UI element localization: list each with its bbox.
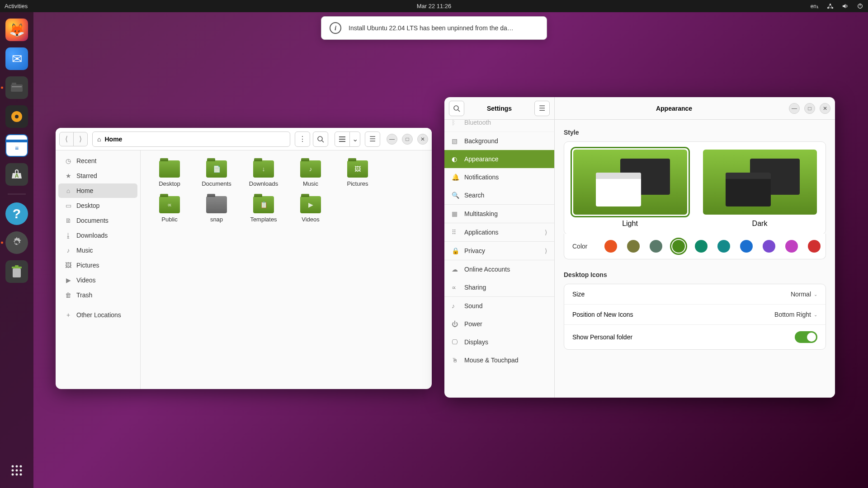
nav-item-mouse-touchpad[interactable]: 🖱Mouse & Touchpad <box>444 351 554 369</box>
nav-item-appearance[interactable]: ◐Appearance <box>444 150 554 168</box>
activities-button[interactable]: Activities <box>5 3 28 9</box>
nav-item-power[interactable]: ⏻Power <box>444 315 554 333</box>
chevron-right-icon: ⟩ <box>545 247 547 254</box>
color-swatch-6[interactable] <box>740 240 753 253</box>
nav-item-displays[interactable]: 🖵Displays <box>444 333 554 351</box>
svg-point-19 <box>20 469 22 472</box>
show-apps-button[interactable] <box>5 459 28 482</box>
color-swatch-1[interactable] <box>627 240 640 253</box>
network-icon[interactable] <box>827 3 834 9</box>
sidebar-item-videos[interactable]: ▶Videos <box>58 273 137 287</box>
folder-desktop[interactable]: Desktop <box>147 157 192 191</box>
folder-downloads[interactable]: ↓Downloads <box>241 157 286 191</box>
nav-item-background[interactable]: ▧Background <box>444 132 554 150</box>
folder-music[interactable]: ♪Music <box>288 157 333 191</box>
sidebar-item-music[interactable]: ♪Music <box>58 243 137 258</box>
nav-item-sharing[interactable]: ∝Sharing <box>444 278 554 297</box>
path-menu-button[interactable]: ⋮ <box>295 131 310 147</box>
nav-item-privacy[interactable]: 🔒Privacy⟩ <box>444 242 554 260</box>
power-icon[interactable] <box>857 3 863 9</box>
nav-forward-button[interactable]: ⟩ <box>73 132 88 146</box>
folder-videos[interactable]: ▶Videos <box>288 192 333 226</box>
sidebar-item-other-locations[interactable]: +Other Locations <box>58 308 137 322</box>
sidebar-item-downloads[interactable]: ⭳Downloads <box>58 228 137 243</box>
chevron-down-icon: ⌄ <box>814 312 817 317</box>
close-button[interactable]: ✕ <box>820 103 830 114</box>
desktop-icons-group: Size Normal⌄ Position of New Icons Botto… <box>564 284 826 350</box>
minimize-button[interactable]: — <box>789 103 800 114</box>
style-option-light[interactable]: Light <box>572 148 689 228</box>
dock-files[interactable] <box>5 76 28 99</box>
sidebar-item-desktop[interactable]: ▭Desktop <box>58 198 137 213</box>
volume-icon[interactable] <box>842 3 849 9</box>
folder-icon <box>159 160 180 178</box>
down-icon: ⭳ <box>65 232 72 239</box>
folder-documents[interactable]: 📄Documents <box>194 157 239 191</box>
color-swatch-9[interactable] <box>808 240 821 253</box>
sidebar-item-recent[interactable]: ◷Recent <box>58 154 137 168</box>
files-content[interactable]: Desktop📄Documents↓Downloads♪Music🖼Pictur… <box>141 150 432 389</box>
folder-templates[interactable]: 📋Templates <box>241 192 286 226</box>
nav-item-applications[interactable]: ⠿Applications⟩ <box>444 223 554 242</box>
sidebar-item-starred[interactable]: ★Starred <box>58 169 137 183</box>
nav-item-sound[interactable]: ♪Sound <box>444 297 554 315</box>
color-swatch-3[interactable] <box>672 240 685 253</box>
folder-public[interactable]: ∝Public <box>147 192 192 226</box>
color-swatch-7[interactable] <box>763 240 775 253</box>
dock-thunderbird[interactable]: ✉ <box>5 47 28 70</box>
folder-label: Downloads <box>249 180 278 187</box>
nav-item-online-accounts[interactable]: ☁Online Accounts <box>444 260 554 278</box>
hamburger-menu-button[interactable]: ☰ <box>365 131 380 147</box>
clock[interactable]: Mar 22 11:26 <box>417 3 452 9</box>
sidebar-item-home[interactable]: ⌂Home <box>58 183 137 198</box>
sidebar-item-pictures[interactable]: 🖼Pictures <box>58 258 137 272</box>
sidebar-item-label: Documents <box>76 217 108 224</box>
sidebar-item-documents[interactable]: 🗎Documents <box>58 213 137 228</box>
path-bar[interactable]: ⌂ Home <box>92 131 290 147</box>
dock-settings[interactable] <box>5 231 28 254</box>
dock-firefox[interactable]: 🦊 <box>5 19 28 41</box>
settings-nav: ᛒBluetooth▧Background◐Appearance🔔Notific… <box>444 120 555 398</box>
nav-item-bluetooth[interactable]: ᛒBluetooth <box>444 120 554 132</box>
maximize-button[interactable]: □ <box>402 134 413 145</box>
nav-item-notifications[interactable]: 🔔Notifications <box>444 168 554 186</box>
nav-item-label: Notifications <box>464 174 499 181</box>
view-options-button[interactable]: ⌄ <box>349 131 360 147</box>
minimize-button[interactable]: — <box>387 134 397 145</box>
dock-writer[interactable]: ≡ <box>5 134 28 157</box>
settings-search-button[interactable] <box>449 101 464 116</box>
input-lang-indicator[interactable]: en₁ <box>811 3 819 9</box>
settings-title: Settings <box>469 105 530 112</box>
color-swatch-0[interactable] <box>604 240 617 253</box>
nav-back-button[interactable]: ⟨ <box>59 132 74 146</box>
folder-pictures[interactable]: 🖼Pictures <box>335 157 380 191</box>
style-option-dark[interactable]: Dark <box>702 148 818 228</box>
close-button[interactable]: ✕ <box>417 134 428 145</box>
color-swatch-5[interactable] <box>717 240 730 253</box>
sidebar-item-trash[interactable]: 🗑Trash <box>58 288 137 302</box>
dock-software[interactable]: A <box>5 163 28 186</box>
search-button[interactable] <box>313 131 328 147</box>
maximize-button[interactable]: □ <box>804 103 815 114</box>
sidebar-item-label: Pictures <box>76 262 99 269</box>
dock-trash[interactable] <box>5 260 28 283</box>
color-swatch-8[interactable] <box>785 240 798 253</box>
nav-item-search[interactable]: 🔍Search <box>444 186 554 205</box>
view-list-button[interactable] <box>335 131 350 147</box>
folder-label: Documents <box>202 180 231 187</box>
folder-snap[interactable]: snap <box>194 192 239 226</box>
position-row[interactable]: Position of New Icons Bottom Right⌄ <box>564 305 826 325</box>
personal-folder-toggle[interactable] <box>795 331 817 343</box>
notification-toast[interactable]: i Install Ubuntu 22.04 LTS has been unpi… <box>321 16 547 40</box>
nav-item-multitasking[interactable]: ▦Multitasking <box>444 205 554 223</box>
size-row[interactable]: Size Normal⌄ <box>564 284 826 305</box>
settings-menu-button[interactable]: ☰ <box>534 101 550 116</box>
size-value: Normal <box>791 291 811 298</box>
dock-rhythmbox[interactable] <box>5 105 28 128</box>
color-swatch-4[interactable] <box>695 240 708 253</box>
top-bar: Activities Mar 22 11:26 en₁ <box>0 0 868 12</box>
sidebar-item-label: Recent <box>76 157 96 164</box>
video-icon: ▶ <box>65 277 72 284</box>
dock-help[interactable]: ? <box>5 202 28 225</box>
color-swatch-2[interactable] <box>650 240 662 253</box>
